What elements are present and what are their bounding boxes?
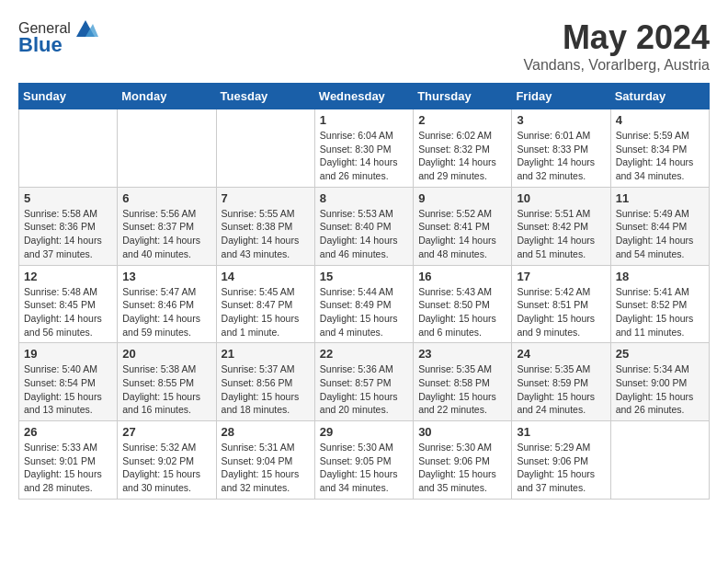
weekday-header-sunday: Sunday [19, 84, 118, 109]
logo-blue-text: Blue [18, 33, 63, 57]
month-year-title: May 2024 [524, 18, 711, 57]
day-info: Sunrise: 5:31 AMSunset: 9:04 PMDaylight:… [222, 441, 310, 495]
day-info: Sunrise: 5:59 AMSunset: 8:34 PMDaylight:… [616, 129, 704, 183]
day-info: Sunrise: 5:48 AMSunset: 8:45 PMDaylight:… [24, 285, 112, 339]
day-number: 6 [122, 191, 210, 205]
day-info: Sunrise: 5:35 AMSunset: 8:58 PMDaylight:… [418, 362, 506, 417]
day-number: 19 [24, 347, 112, 361]
day-info: Sunrise: 5:36 AMSunset: 8:57 PMDaylight:… [320, 362, 408, 417]
calendar-day-cell: 4Sunrise: 5:59 AMSunset: 8:34 PMDaylight… [610, 109, 709, 188]
calendar-day-cell: 21Sunrise: 5:37 AMSunset: 8:56 PMDayligh… [216, 343, 314, 421]
calendar-day-cell: 7Sunrise: 5:55 AMSunset: 8:38 PMDaylight… [216, 187, 314, 265]
calendar-day-cell: 16Sunrise: 5:43 AMSunset: 8:50 PMDayligh… [414, 265, 512, 343]
day-info: Sunrise: 5:40 AMSunset: 8:54 PMDaylight:… [24, 362, 112, 417]
calendar-day-cell: 5Sunrise: 5:58 AMSunset: 8:36 PMDaylight… [19, 187, 118, 265]
day-info: Sunrise: 5:30 AMSunset: 9:06 PMDaylight:… [418, 441, 506, 495]
logo: General Blue [18, 18, 98, 57]
title-block: May 2024 Vandans, Vorarlberg, Austria [524, 18, 711, 74]
day-number: 11 [616, 191, 704, 205]
day-number: 14 [222, 270, 310, 283]
day-info: Sunrise: 5:58 AMSunset: 8:36 PMDaylight:… [24, 207, 112, 261]
calendar-day-cell [610, 421, 709, 500]
calendar-day-cell: 2Sunrise: 6:02 AMSunset: 8:32 PMDaylight… [414, 109, 512, 188]
day-number: 18 [616, 270, 704, 283]
day-number: 27 [122, 425, 210, 439]
day-info: Sunrise: 5:30 AMSunset: 9:05 PMDaylight:… [320, 441, 408, 495]
calendar-week-row: 26Sunrise: 5:33 AMSunset: 9:01 PMDayligh… [19, 421, 710, 500]
day-info: Sunrise: 5:56 AMSunset: 8:37 PMDaylight:… [122, 207, 210, 261]
calendar-day-cell [216, 109, 314, 188]
calendar-day-cell [19, 109, 118, 188]
calendar-day-cell: 24Sunrise: 5:35 AMSunset: 8:59 PMDayligh… [512, 343, 610, 421]
calendar-day-cell: 19Sunrise: 5:40 AMSunset: 8:54 PMDayligh… [19, 343, 118, 421]
calendar-week-row: 5Sunrise: 5:58 AMSunset: 8:36 PMDaylight… [19, 187, 710, 265]
day-number: 30 [418, 425, 506, 439]
weekday-header-tuesday: Tuesday [216, 84, 314, 109]
day-number: 2 [418, 113, 506, 127]
day-info: Sunrise: 5:29 AMSunset: 9:06 PMDaylight:… [517, 441, 605, 495]
day-number: 22 [320, 347, 408, 361]
weekday-header-thursday: Thursday [414, 84, 512, 109]
day-info: Sunrise: 5:51 AMSunset: 8:42 PMDaylight:… [517, 207, 605, 261]
day-number: 21 [222, 347, 310, 361]
calendar-week-row: 19Sunrise: 5:40 AMSunset: 8:54 PMDayligh… [19, 343, 710, 421]
calendar-day-cell: 18Sunrise: 5:41 AMSunset: 8:52 PMDayligh… [610, 265, 709, 343]
calendar-week-row: 12Sunrise: 5:48 AMSunset: 8:45 PMDayligh… [19, 265, 710, 343]
calendar-day-cell: 14Sunrise: 5:45 AMSunset: 8:47 PMDayligh… [216, 265, 314, 343]
calendar-day-cell: 9Sunrise: 5:52 AMSunset: 8:41 PMDaylight… [414, 187, 512, 265]
calendar-day-cell [118, 109, 216, 188]
day-info: Sunrise: 5:42 AMSunset: 8:51 PMDaylight:… [517, 285, 605, 339]
day-info: Sunrise: 5:49 AMSunset: 8:44 PMDaylight:… [616, 207, 704, 261]
calendar-day-cell: 1Sunrise: 6:04 AMSunset: 8:30 PMDaylight… [314, 109, 413, 188]
calendar-day-cell: 6Sunrise: 5:56 AMSunset: 8:37 PMDaylight… [118, 187, 216, 265]
day-number: 17 [517, 270, 605, 283]
weekday-header-wednesday: Wednesday [314, 84, 413, 109]
calendar-day-cell: 30Sunrise: 5:30 AMSunset: 9:06 PMDayligh… [414, 421, 512, 500]
day-info: Sunrise: 5:35 AMSunset: 8:59 PMDaylight:… [517, 362, 605, 417]
day-number: 31 [517, 425, 605, 439]
day-number: 8 [320, 191, 408, 205]
day-info: Sunrise: 6:01 AMSunset: 8:33 PMDaylight:… [517, 129, 605, 183]
day-number: 4 [616, 113, 704, 127]
day-info: Sunrise: 5:38 AMSunset: 8:55 PMDaylight:… [122, 362, 210, 417]
calendar-day-cell: 15Sunrise: 5:44 AMSunset: 8:49 PMDayligh… [314, 265, 413, 343]
calendar-day-cell: 20Sunrise: 5:38 AMSunset: 8:55 PMDayligh… [118, 343, 216, 421]
day-number: 24 [517, 347, 605, 361]
day-info: Sunrise: 5:41 AMSunset: 8:52 PMDaylight:… [616, 285, 704, 339]
day-info: Sunrise: 5:47 AMSunset: 8:46 PMDaylight:… [122, 285, 210, 339]
day-number: 26 [24, 425, 112, 439]
weekday-header-row: SundayMondayTuesdayWednesdayThursdayFrid… [19, 84, 710, 109]
day-number: 3 [517, 113, 605, 127]
weekday-header-monday: Monday [118, 84, 216, 109]
calendar-day-cell: 23Sunrise: 5:35 AMSunset: 8:58 PMDayligh… [414, 343, 512, 421]
day-number: 23 [418, 347, 506, 361]
day-info: Sunrise: 6:04 AMSunset: 8:30 PMDaylight:… [320, 129, 408, 183]
calendar-day-cell: 31Sunrise: 5:29 AMSunset: 9:06 PMDayligh… [512, 421, 610, 500]
day-info: Sunrise: 5:45 AMSunset: 8:47 PMDaylight:… [222, 285, 310, 339]
day-info: Sunrise: 5:32 AMSunset: 9:02 PMDaylight:… [122, 441, 210, 495]
day-number: 20 [122, 347, 210, 361]
day-number: 9 [418, 191, 506, 205]
day-info: Sunrise: 5:43 AMSunset: 8:50 PMDaylight:… [418, 285, 506, 339]
calendar-day-cell: 29Sunrise: 5:30 AMSunset: 9:05 PMDayligh… [314, 421, 413, 500]
logo-icon [73, 18, 98, 39]
day-info: Sunrise: 5:33 AMSunset: 9:01 PMDaylight:… [24, 441, 112, 495]
calendar-day-cell: 25Sunrise: 5:34 AMSunset: 9:00 PMDayligh… [610, 343, 709, 421]
day-number: 25 [616, 347, 704, 361]
day-number: 28 [222, 425, 310, 439]
day-number: 16 [418, 270, 506, 283]
calendar-table: SundayMondayTuesdayWednesdayThursdayFrid… [18, 83, 710, 500]
location-subtitle: Vandans, Vorarlberg, Austria [524, 57, 711, 74]
day-info: Sunrise: 5:53 AMSunset: 8:40 PMDaylight:… [320, 207, 408, 261]
day-number: 15 [320, 270, 408, 283]
calendar-day-cell: 10Sunrise: 5:51 AMSunset: 8:42 PMDayligh… [512, 187, 610, 265]
day-info: Sunrise: 5:52 AMSunset: 8:41 PMDaylight:… [418, 207, 506, 261]
day-info: Sunrise: 5:55 AMSunset: 8:38 PMDaylight:… [222, 207, 310, 261]
page-header: General Blue May 2024 Vandans, Vorarlber… [18, 18, 710, 74]
calendar-day-cell: 11Sunrise: 5:49 AMSunset: 8:44 PMDayligh… [610, 187, 709, 265]
day-number: 13 [122, 270, 210, 283]
calendar-day-cell: 8Sunrise: 5:53 AMSunset: 8:40 PMDaylight… [314, 187, 413, 265]
calendar-day-cell: 26Sunrise: 5:33 AMSunset: 9:01 PMDayligh… [19, 421, 118, 500]
calendar-day-cell: 12Sunrise: 5:48 AMSunset: 8:45 PMDayligh… [19, 265, 118, 343]
calendar-day-cell: 27Sunrise: 5:32 AMSunset: 9:02 PMDayligh… [118, 421, 216, 500]
